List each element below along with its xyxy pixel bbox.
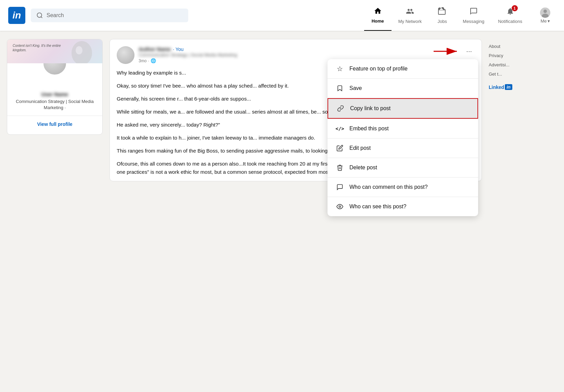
nav-item-me[interactable]: Me ▾ [535,0,556,31]
dropdown-item-who-can-see[interactable]: Who can see this post? [328,197,478,216]
nav-item-my-network[interactable]: My Network [392,0,429,31]
right-sidebar: About Privacy Advertisi... Get t... Link… [489,39,557,181]
nav-jobs-label: Jobs [438,19,447,24]
copy-link-label: Copy link to post [350,105,390,112]
svg-point-6 [76,46,82,54]
edit-icon [336,144,344,152]
profile-title: Communication Strategy | Social Media Ma… [7,99,102,111]
banner-text: Content isn't King. It's the entirekingd… [13,43,61,52]
ellipsis-icon: ··· [466,48,472,54]
bullet: · [148,58,149,63]
svg-line-1 [41,17,42,18]
linkedin-brand: Linkedin [489,84,557,90]
svg-point-9 [339,206,341,208]
nav-item-home[interactable]: Home [364,0,392,31]
trash-icon [336,164,344,172]
right-link-get[interactable]: Get t... [489,71,557,77]
nav-items: Home My Network Jobs Messaging [364,0,529,31]
chevron-down-icon: ▾ [548,18,550,24]
nav-my-network-label: My Network [398,19,422,24]
center-feed: Author Name · You Communication Strategy… [110,39,482,181]
dropdown-item-edit[interactable]: Edit post [328,139,478,158]
profile-name: User Name [7,91,102,97]
search-bar[interactable]: Search [31,9,188,22]
dropdown-item-feature-on-top[interactable]: ☆ Feature on top of profile [328,59,478,78]
my-network-icon [406,7,414,17]
linkedin-logo[interactable]: in [8,7,25,24]
nav-item-jobs[interactable]: Jobs [428,0,456,31]
messaging-icon [470,7,478,17]
feature-on-top-label: Feature on top of profile [349,66,408,72]
nav-messaging-label: Messaging [463,19,484,24]
who-can-comment-label: Who can comment on this post? [349,184,428,190]
comment-icon [336,183,344,191]
bookmark-icon [336,84,344,92]
svg-point-0 [37,13,42,17]
post-author-name: Author Name [139,46,171,52]
profile-banner: Content isn't King. It's the entirekingd… [7,39,102,63]
embed-label: Embed this post [349,126,389,132]
right-link-privacy[interactable]: Privacy [489,52,557,59]
save-label: Save [349,85,362,91]
jobs-icon [438,7,446,17]
visibility-icon: 🌐 [151,58,156,63]
dropdown-item-embed[interactable]: </> Embed this post [328,119,478,138]
main-content: Content isn't King. It's the entirekingd… [0,31,564,190]
post-author-title: Communication Strategy | Social Media Ma… [139,52,459,57]
profile-card: Content isn't King. It's the entirekingd… [7,39,103,135]
dropdown-item-copy-link[interactable]: Copy link to post [328,98,478,119]
linkedin-brand-badge: in [505,84,512,90]
view-full-profile-button[interactable]: View full profile [7,119,102,129]
nav-item-notifications[interactable]: 1 Notifications [491,0,529,31]
search-placeholder: Search [47,12,64,18]
navbar: in Search Home My Network Jobs [0,0,564,31]
right-link-advertising[interactable]: Advertisi... [489,62,557,68]
dropdown-item-delete[interactable]: Delete post [328,158,478,177]
post-card: Author Name · You Communication Strategy… [110,39,482,181]
right-link-about[interactable]: About [489,43,557,50]
edit-label: Edit post [349,145,371,151]
notifications-icon: 1 [506,7,514,17]
post-time: 3mo [139,58,146,63]
svg-point-3 [543,10,547,13]
dropdown-item-who-can-comment[interactable]: Who can comment on this post? [328,178,478,197]
nav-item-messaging[interactable]: Messaging [456,0,491,31]
star-icon: ☆ [336,65,344,73]
post-you-tag: · You [173,47,183,52]
linkedin-brand-text: Linked [489,84,504,90]
who-can-see-label: Who can see this post? [349,204,406,210]
search-icon [36,12,43,19]
nav-home-label: Home [372,18,384,24]
dropdown-item-save[interactable]: Save [328,79,478,98]
post-menu-button[interactable]: ··· [463,46,475,56]
eye-icon [336,202,344,211]
user-avatar-nav [540,8,550,18]
post-dropdown-menu: ☆ Feature on top of profile Save [328,59,478,216]
link-icon [336,104,345,113]
embed-icon: </> [336,125,344,133]
home-icon [374,7,382,17]
delete-label: Delete post [349,165,377,171]
post-author-avatar [117,46,134,64]
right-links: About Privacy Advertisi... Get t... [489,39,557,77]
nav-me-label: Me ▾ [540,18,550,24]
left-sidebar: Content isn't King. It's the entirekingd… [7,39,103,181]
notification-badge: 1 [512,5,518,11]
nav-notifications-label: Notifications [498,19,522,24]
